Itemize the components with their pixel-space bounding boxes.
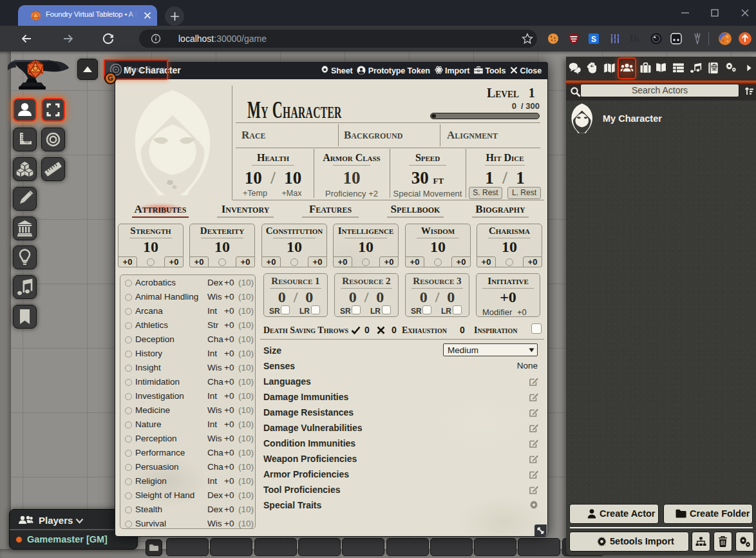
svg-text:S: S — [591, 35, 596, 44]
